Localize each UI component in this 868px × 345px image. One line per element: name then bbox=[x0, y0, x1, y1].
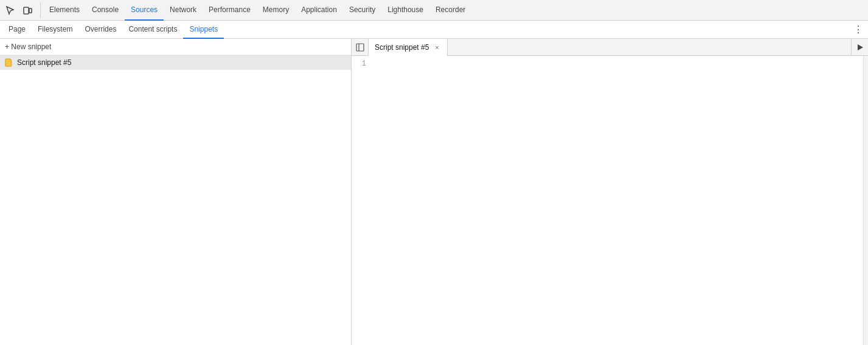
line-number-1: 1 bbox=[352, 58, 370, 69]
editor-tab-bar: Script snippet #5 × bbox=[352, 39, 868, 56]
svg-rect-1 bbox=[29, 9, 32, 13]
editor-area: 1 bbox=[352, 56, 868, 345]
tab-memory[interactable]: Memory bbox=[257, 0, 295, 21]
svg-rect-3 bbox=[356, 44, 364, 51]
snippet-list: Script snippet #5 bbox=[0, 55, 351, 345]
tab-toggle-icon[interactable] bbox=[352, 39, 369, 56]
editor-tab-label: Script snippet #5 bbox=[375, 43, 429, 52]
tab-security[interactable]: Security bbox=[343, 0, 381, 21]
editor-open-tab[interactable]: Script snippet #5 × bbox=[369, 39, 448, 56]
tab-console[interactable]: Console bbox=[86, 0, 125, 21]
snippet-item-label: Script snippet #5 bbox=[17, 58, 71, 67]
left-panel: + New snippet Script snippet #5 bbox=[0, 39, 352, 345]
line-numbers: 1 bbox=[352, 56, 370, 345]
scrollbar-right[interactable] bbox=[863, 56, 868, 345]
more-tabs-icon[interactable]: ⋮ bbox=[851, 22, 866, 37]
top-toolbar: Elements Console Sources Network Perform… bbox=[0, 0, 868, 21]
tab-network[interactable]: Network bbox=[164, 0, 203, 21]
subtab-filesystem[interactable]: Filesystem bbox=[32, 21, 78, 39]
sub-toolbar: Page Filesystem Overrides Content script… bbox=[0, 21, 868, 39]
subtab-content-scripts[interactable]: Content scripts bbox=[122, 21, 183, 39]
tab-application[interactable]: Application bbox=[295, 0, 343, 21]
subtab-snippets[interactable]: Snippets bbox=[183, 21, 224, 39]
inspect-icon[interactable] bbox=[2, 2, 18, 18]
snippet-file-icon bbox=[5, 58, 13, 67]
tab-performance[interactable]: Performance bbox=[203, 0, 257, 21]
new-snippet-button[interactable]: + New snippet bbox=[0, 39, 351, 55]
device-toggle-icon[interactable] bbox=[19, 2, 35, 18]
tab-recorder[interactable]: Recorder bbox=[429, 0, 471, 21]
right-panel: Script snippet #5 × 1 bbox=[352, 39, 868, 345]
main-nav-tabs: Elements Console Sources Network Perform… bbox=[43, 0, 471, 20]
tab-elements[interactable]: Elements bbox=[43, 0, 86, 21]
subtab-overrides[interactable]: Overrides bbox=[78, 21, 122, 39]
editor-code[interactable] bbox=[370, 56, 863, 345]
run-snippet-icon[interactable] bbox=[851, 39, 868, 56]
svg-marker-5 bbox=[858, 44, 863, 50]
list-item[interactable]: Script snippet #5 bbox=[0, 55, 351, 70]
svg-rect-0 bbox=[24, 7, 29, 14]
close-tab-icon[interactable]: × bbox=[432, 43, 441, 52]
main-content: + New snippet Script snippet #5 S bbox=[0, 39, 868, 345]
tab-lighthouse[interactable]: Lighthouse bbox=[381, 0, 429, 21]
subtab-page[interactable]: Page bbox=[2, 21, 32, 39]
toolbar-icon-group bbox=[2, 2, 41, 18]
tab-sources[interactable]: Sources bbox=[125, 0, 164, 21]
